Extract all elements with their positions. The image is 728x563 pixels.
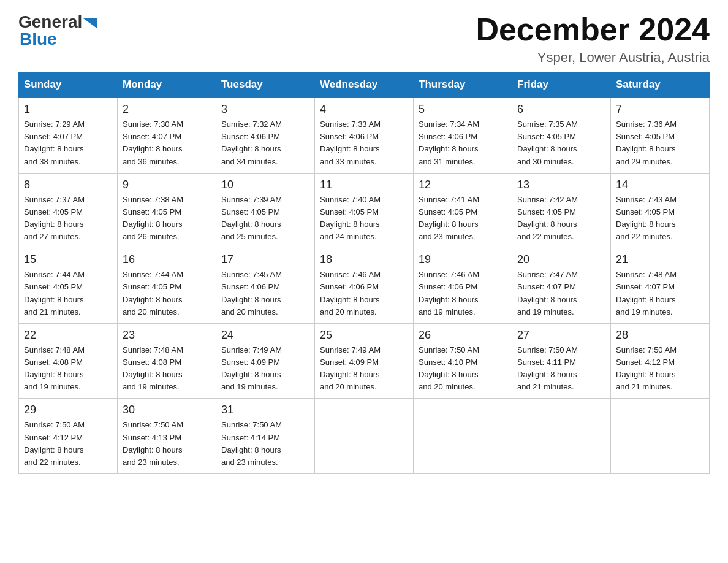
empty-cell	[414, 399, 512, 474]
empty-cell	[611, 399, 710, 474]
day-number: 27	[517, 329, 605, 342]
day-cell-29: 29Sunrise: 7:50 AMSunset: 4:12 PMDayligh…	[19, 399, 118, 474]
day-number: 12	[419, 178, 507, 191]
day-number: 3	[221, 103, 309, 116]
week-row-2: 8Sunrise: 7:37 AMSunset: 4:05 PMDaylight…	[19, 173, 710, 248]
day-cell-31: 31Sunrise: 7:50 AMSunset: 4:14 PMDayligh…	[216, 399, 315, 474]
day-number: 21	[616, 253, 704, 266]
day-number: 17	[221, 253, 309, 266]
day-info: Sunrise: 7:33 AMSunset: 4:06 PMDaylight:…	[320, 118, 408, 168]
day-number: 1	[24, 103, 112, 116]
week-row-5: 29Sunrise: 7:50 AMSunset: 4:12 PMDayligh…	[19, 399, 710, 474]
day-number: 13	[517, 178, 605, 191]
day-cell-16: 16Sunrise: 7:44 AMSunset: 4:05 PMDayligh…	[118, 248, 216, 324]
calendar-table: SundayMondayTuesdayWednesdayThursdayFrid…	[18, 72, 710, 474]
day-info: Sunrise: 7:37 AMSunset: 4:05 PMDaylight:…	[24, 194, 112, 243]
day-cell-12: 12Sunrise: 7:41 AMSunset: 4:05 PMDayligh…	[414, 173, 512, 248]
day-info: Sunrise: 7:43 AMSunset: 4:05 PMDaylight:…	[616, 194, 704, 243]
day-cell-23: 23Sunrise: 7:48 AMSunset: 4:08 PMDayligh…	[118, 323, 216, 399]
day-number: 23	[123, 329, 211, 342]
day-info: Sunrise: 7:50 AMSunset: 4:10 PMDaylight:…	[419, 344, 507, 394]
logo: General Blue	[18, 12, 97, 49]
calendar-header-row: SundayMondayTuesdayWednesdayThursdayFrid…	[19, 72, 710, 98]
day-number: 19	[419, 253, 507, 266]
col-header-sunday: Sunday	[19, 72, 118, 98]
day-cell-27: 27Sunrise: 7:50 AMSunset: 4:11 PMDayligh…	[512, 323, 611, 399]
day-number: 26	[419, 329, 507, 342]
day-cell-6: 6Sunrise: 7:35 AMSunset: 4:05 PMDaylight…	[512, 98, 611, 173]
title-block: December 2024 Ysper, Lower Austria, Aust…	[476, 12, 710, 66]
col-header-tuesday: Tuesday	[216, 72, 315, 98]
day-cell-19: 19Sunrise: 7:46 AMSunset: 4:06 PMDayligh…	[414, 248, 512, 324]
day-number: 20	[517, 253, 605, 266]
day-number: 6	[517, 103, 605, 116]
day-info: Sunrise: 7:50 AMSunset: 4:13 PMDaylight:…	[123, 419, 211, 469]
day-info: Sunrise: 7:50 AMSunset: 4:11 PMDaylight:…	[517, 344, 605, 394]
day-number: 28	[616, 329, 704, 342]
day-cell-26: 26Sunrise: 7:50 AMSunset: 4:10 PMDayligh…	[414, 323, 512, 399]
week-row-3: 15Sunrise: 7:44 AMSunset: 4:05 PMDayligh…	[19, 248, 710, 324]
logo-arrow-icon	[83, 18, 97, 28]
col-header-thursday: Thursday	[414, 72, 512, 98]
day-cell-8: 8Sunrise: 7:37 AMSunset: 4:05 PMDaylight…	[19, 173, 118, 248]
day-info: Sunrise: 7:40 AMSunset: 4:05 PMDaylight:…	[320, 194, 408, 243]
calendar-title: December 2024	[476, 12, 710, 47]
day-cell-14: 14Sunrise: 7:43 AMSunset: 4:05 PMDayligh…	[611, 173, 710, 248]
day-info: Sunrise: 7:50 AMSunset: 4:12 PMDaylight:…	[616, 344, 704, 394]
day-cell-25: 25Sunrise: 7:49 AMSunset: 4:09 PMDayligh…	[315, 323, 414, 399]
day-cell-17: 17Sunrise: 7:45 AMSunset: 4:06 PMDayligh…	[216, 248, 315, 324]
empty-cell	[315, 399, 414, 474]
day-cell-18: 18Sunrise: 7:46 AMSunset: 4:06 PMDayligh…	[315, 248, 414, 324]
day-info: Sunrise: 7:38 AMSunset: 4:05 PMDaylight:…	[123, 194, 211, 243]
page-header: General Blue December 2024 Ysper, Lower …	[18, 12, 710, 66]
day-number: 22	[24, 329, 112, 342]
day-cell-5: 5Sunrise: 7:34 AMSunset: 4:06 PMDaylight…	[414, 98, 512, 173]
day-cell-3: 3Sunrise: 7:32 AMSunset: 4:06 PMDaylight…	[216, 98, 315, 173]
week-row-4: 22Sunrise: 7:48 AMSunset: 4:08 PMDayligh…	[19, 323, 710, 399]
day-cell-24: 24Sunrise: 7:49 AMSunset: 4:09 PMDayligh…	[216, 323, 315, 399]
day-number: 30	[123, 404, 211, 416]
day-number: 7	[616, 103, 704, 116]
day-cell-13: 13Sunrise: 7:42 AMSunset: 4:05 PMDayligh…	[512, 173, 611, 248]
col-header-saturday: Saturday	[611, 72, 710, 98]
day-number: 29	[24, 404, 112, 416]
day-number: 24	[221, 329, 309, 342]
day-number: 4	[320, 103, 408, 116]
day-info: Sunrise: 7:50 AMSunset: 4:14 PMDaylight:…	[221, 419, 309, 469]
logo-blue: Blue	[18, 29, 57, 49]
day-number: 5	[419, 103, 507, 116]
day-info: Sunrise: 7:44 AMSunset: 4:05 PMDaylight:…	[123, 269, 211, 318]
empty-cell	[512, 399, 611, 474]
day-info: Sunrise: 7:34 AMSunset: 4:06 PMDaylight:…	[419, 118, 507, 168]
day-cell-2: 2Sunrise: 7:30 AMSunset: 4:07 PMDaylight…	[118, 98, 216, 173]
calendar-subtitle: Ysper, Lower Austria, Austria	[476, 50, 710, 66]
day-info: Sunrise: 7:42 AMSunset: 4:05 PMDaylight:…	[517, 194, 605, 243]
day-info: Sunrise: 7:46 AMSunset: 4:06 PMDaylight:…	[419, 269, 507, 318]
day-info: Sunrise: 7:36 AMSunset: 4:05 PMDaylight:…	[616, 118, 704, 168]
day-number: 9	[123, 178, 211, 191]
week-row-1: 1Sunrise: 7:29 AMSunset: 4:07 PMDaylight…	[19, 98, 710, 173]
day-info: Sunrise: 7:44 AMSunset: 4:05 PMDaylight:…	[24, 269, 112, 318]
day-number: 14	[616, 178, 704, 191]
day-number: 16	[123, 253, 211, 266]
day-info: Sunrise: 7:48 AMSunset: 4:08 PMDaylight:…	[24, 344, 112, 394]
day-cell-1: 1Sunrise: 7:29 AMSunset: 4:07 PMDaylight…	[19, 98, 118, 173]
day-info: Sunrise: 7:50 AMSunset: 4:12 PMDaylight:…	[24, 419, 112, 469]
day-number: 10	[221, 178, 309, 191]
day-number: 25	[320, 329, 408, 342]
day-info: Sunrise: 7:29 AMSunset: 4:07 PMDaylight:…	[24, 118, 112, 168]
day-info: Sunrise: 7:35 AMSunset: 4:05 PMDaylight:…	[517, 118, 605, 168]
day-info: Sunrise: 7:49 AMSunset: 4:09 PMDaylight:…	[320, 344, 408, 394]
day-info: Sunrise: 7:32 AMSunset: 4:06 PMDaylight:…	[221, 118, 309, 168]
day-cell-10: 10Sunrise: 7:39 AMSunset: 4:05 PMDayligh…	[216, 173, 315, 248]
day-cell-28: 28Sunrise: 7:50 AMSunset: 4:12 PMDayligh…	[611, 323, 710, 399]
day-number: 11	[320, 178, 408, 191]
day-number: 2	[123, 103, 211, 116]
day-info: Sunrise: 7:46 AMSunset: 4:06 PMDaylight:…	[320, 269, 408, 318]
day-cell-11: 11Sunrise: 7:40 AMSunset: 4:05 PMDayligh…	[315, 173, 414, 248]
day-cell-30: 30Sunrise: 7:50 AMSunset: 4:13 PMDayligh…	[118, 399, 216, 474]
col-header-wednesday: Wednesday	[315, 72, 414, 98]
day-cell-7: 7Sunrise: 7:36 AMSunset: 4:05 PMDaylight…	[611, 98, 710, 173]
day-number: 8	[24, 178, 112, 191]
day-number: 18	[320, 253, 408, 266]
